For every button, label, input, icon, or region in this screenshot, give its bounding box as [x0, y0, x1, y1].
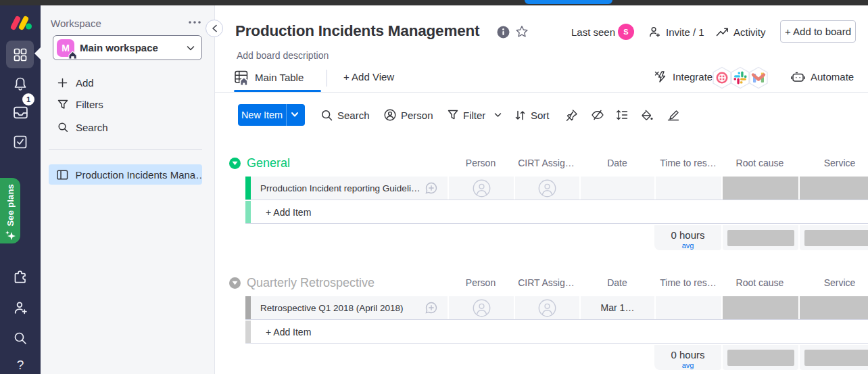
invite-members-icon[interactable] — [0, 300, 41, 317]
automate-button[interactable]: Automate — [791, 65, 854, 89]
item-name[interactable]: Prroduction Incident reporting Guideli… — [260, 183, 420, 193]
inbox-tray-icon[interactable] — [0, 104, 41, 121]
time-to-resolve-cell[interactable] — [654, 296, 721, 319]
invite-button[interactable]: Invite / 1 — [648, 24, 704, 40]
favorite-star-icon[interactable] — [515, 25, 529, 39]
tab-add-view[interactable]: + Add View — [343, 65, 394, 89]
item-name-cell[interactable]: Retrospective Q1 2018 (April 2018) — [251, 296, 448, 319]
rail-search-icon[interactable] — [0, 330, 41, 346]
inbox-badge: 1 — [22, 93, 34, 106]
column-header-time[interactable]: Time to res… — [660, 158, 717, 168]
my-work-icon[interactable] — [0, 134, 41, 150]
column-header-root-cause[interactable]: Root cause — [736, 158, 784, 168]
date-cell[interactable] — [579, 177, 654, 200]
toolbar-filter[interactable]: Filter — [448, 104, 502, 126]
group-title[interactable]: Quarterly Retrospective — [247, 276, 375, 290]
sparkle-icon — [5, 230, 16, 241]
person-placeholder-icon — [538, 179, 556, 197]
group-collapse-button[interactable] — [229, 158, 241, 169]
apps-grid-button[interactable] — [6, 41, 34, 68]
person-cell[interactable] — [448, 177, 514, 200]
board-toolbar: New Item Search Person Filter — [215, 104, 868, 126]
column-header-root-cause[interactable]: Root cause — [736, 277, 784, 288]
integrate-button[interactable]: Integrate — [654, 65, 713, 89]
status-distribution-bar — [727, 230, 794, 246]
activity-icon — [716, 26, 729, 37]
tab-main-table[interactable]: Main Table — [234, 66, 321, 89]
service-summary-cell[interactable] — [800, 225, 868, 250]
column-header-cirt[interactable]: CIRT Assig… — [518, 158, 575, 168]
activity-button[interactable]: Activity — [716, 24, 766, 40]
workspace-selector[interactable]: M Main workspace — [53, 35, 202, 60]
automate-label: Automate — [811, 71, 854, 83]
root-cause-summary-cell[interactable] — [723, 345, 798, 370]
sidebar-item-label: Search — [76, 122, 108, 133]
add-item-row[interactable]: + Add Item — [245, 201, 868, 224]
board-description[interactable]: Add board description — [237, 50, 329, 61]
workspace-menu-dots-icon[interactable] — [188, 20, 201, 24]
sidebar-item-add[interactable]: Add — [49, 72, 202, 93]
apps-marketplace-icon[interactable] — [0, 269, 41, 285]
person-cell[interactable] — [448, 296, 514, 319]
customize-pen-icon[interactable] — [667, 109, 680, 121]
sidebar-collapse-button[interactable] — [206, 20, 223, 37]
cirt-assignee-cell[interactable] — [514, 296, 579, 319]
column-header-date[interactable]: Date — [607, 158, 627, 168]
new-item-button[interactable]: New Item — [238, 104, 305, 126]
column-header-date[interactable]: Date — [607, 277, 627, 288]
sidebar-board-label: Production Incidents Mana… — [76, 169, 202, 181]
service-summary-cell[interactable] — [800, 345, 868, 370]
color-bucket-icon[interactable] — [640, 109, 654, 122]
see-plans-button[interactable]: See plans — [0, 178, 20, 243]
time-to-resolve-cell[interactable] — [654, 177, 721, 200]
item-name[interactable]: Retrospective Q1 2018 (April 2018) — [260, 303, 420, 313]
person-placeholder-icon — [473, 179, 491, 197]
notifications-bell-icon[interactable] — [0, 76, 41, 92]
sidebar-board-item[interactable]: Production Incidents Mana… — [49, 164, 202, 185]
table-row: Retrospective Q1 2018 (April 2018) — [245, 296, 868, 320]
person-placeholder-icon — [538, 299, 556, 317]
pin-icon[interactable] — [565, 109, 578, 122]
service-status-cell[interactable] — [798, 177, 868, 200]
add-to-board-button[interactable]: + Add to board — [780, 20, 856, 43]
row-height-icon[interactable] — [616, 109, 628, 121]
add-item-row[interactable]: + Add Item — [245, 321, 868, 344]
cirt-assignee-cell[interactable] — [514, 177, 579, 200]
toolbar-sort[interactable]: Sort — [514, 104, 550, 126]
help-icon[interactable]: ? — [0, 358, 41, 373]
time-summary-cell[interactable]: 0 hours avg — [654, 225, 721, 250]
column-header-time[interactable]: Time to res… — [660, 277, 717, 288]
toolbar-person[interactable]: Person — [384, 104, 433, 126]
sidebar-item-filters[interactable]: Filters — [49, 93, 202, 115]
group-collapse-button[interactable] — [229, 277, 241, 289]
workspace-avatar: M — [57, 39, 74, 57]
board-title[interactable]: Production Incidents Management — [235, 22, 479, 40]
root-cause-status-cell[interactable] — [721, 296, 798, 319]
time-summary-cell[interactable]: 0 hours avg — [654, 345, 721, 370]
toolbar-search[interactable]: Search — [321, 104, 370, 126]
column-header-person[interactable]: Person — [466, 277, 496, 288]
sidebar-item-label: Add — [76, 77, 94, 89]
robot-icon — [791, 71, 805, 83]
column-header-person[interactable]: Person — [466, 158, 496, 168]
board-info-icon[interactable] — [497, 26, 510, 39]
service-status-cell[interactable] — [798, 296, 868, 319]
integration-app-badges[interactable] — [712, 66, 769, 89]
root-cause-status-cell[interactable] — [721, 177, 798, 200]
hide-eye-icon[interactable] — [591, 109, 604, 121]
add-update-icon — [425, 301, 438, 314]
root-cause-summary-cell[interactable] — [723, 225, 798, 250]
sidebar-item-search[interactable]: Search — [49, 116, 202, 138]
column-header-service[interactable]: Service — [824, 158, 856, 168]
tabs-divider — [215, 92, 868, 93]
last-seen-avatar[interactable]: S — [618, 24, 634, 40]
item-name-cell[interactable]: Prroduction Incident reporting Guideli… — [251, 177, 448, 200]
chevron-down-icon — [232, 161, 238, 166]
column-header-service[interactable]: Service — [824, 277, 856, 288]
home-icon — [68, 51, 77, 60]
group-title[interactable]: General — [247, 156, 290, 170]
toolbar-sort-label: Sort — [531, 110, 550, 121]
date-cell[interactable]: Mar 1… — [579, 296, 654, 319]
status-distribution-bar — [804, 350, 868, 366]
column-header-cirt[interactable]: CIRT Assig… — [518, 277, 575, 288]
